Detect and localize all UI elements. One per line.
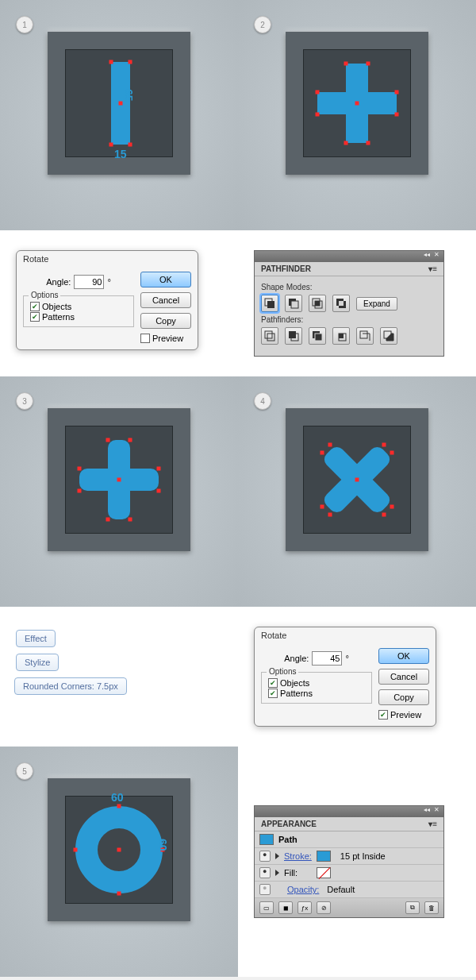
new-stroke-icon[interactable]: ▭	[259, 901, 274, 914]
panel-area-5: ◂◂✕ APPEARANCE ▾≡ Path Stroke: 15 pt Ins…	[238, 747, 476, 977]
svg-rect-10	[265, 331, 272, 338]
panel-title: APPEARANCE	[261, 820, 317, 828]
step-badge: 5	[16, 762, 33, 780]
artboard: 65 15	[48, 32, 190, 175]
canvas-step-3: 3	[0, 376, 238, 607]
svg-rect-11	[267, 334, 274, 341]
objects-checkbox[interactable]: Objects	[30, 302, 71, 311]
dim-width: 60	[111, 791, 124, 804]
copy-button[interactable]: Copy	[378, 689, 429, 705]
clear-icon[interactable]: ⊘	[317, 901, 331, 914]
minus-front-icon[interactable]	[285, 295, 302, 312]
visibility-icon[interactable]	[259, 851, 271, 862]
objects-checkbox[interactable]: Objects	[268, 678, 309, 688]
panel-header[interactable]: ◂◂✕	[255, 806, 443, 817]
svg-rect-18	[360, 331, 367, 338]
cancel-button[interactable]: Cancel	[140, 292, 191, 308]
patterns-checkbox[interactable]: Patterns	[268, 689, 313, 698]
fill-swatch[interactable]	[317, 867, 331, 878]
fill-label: Fill:	[284, 868, 298, 878]
rounded-corners-tag[interactable]: Rounded Corners: 7.5px	[14, 677, 127, 695]
opacity-row[interactable]: Opacity: Default	[255, 882, 443, 898]
copy-button[interactable]: Copy	[140, 313, 191, 329]
merge-icon[interactable]	[309, 327, 326, 345]
angle-input[interactable]	[74, 275, 104, 289]
svg-rect-1	[267, 301, 274, 308]
effect-tag[interactable]: Effect	[16, 630, 56, 647]
disclosure-icon[interactable]	[275, 853, 279, 859]
panel-header[interactable]: ◂◂✕	[255, 251, 443, 262]
panel-area-2: ◂◂✕ PATHFINDER ▾≡ Shape Modes: Expand Pa…	[238, 230, 476, 376]
panel-area-4: Rotate Angle: ° Options Objects Patterns	[238, 607, 476, 747]
panel-area-1: Rotate Angle: ° Options Objects Patterns	[0, 230, 238, 376]
dim-height: 65	[122, 89, 135, 102]
stroke-label[interactable]: Stroke:	[284, 851, 312, 861]
shape-modes-label: Shape Modes:	[261, 283, 437, 291]
preview-checkbox[interactable]: Preview	[378, 710, 423, 720]
unite-icon[interactable]	[261, 295, 278, 312]
panel-area-3: Effect Stylize Rounded Corners: 7.5px	[0, 607, 238, 747]
visibility-icon[interactable]	[259, 884, 271, 895]
angle-input[interactable]	[312, 651, 342, 666]
canvas-step-2: 2	[238, 0, 476, 230]
divide-icon[interactable]	[261, 327, 278, 345]
artboard	[286, 408, 428, 551]
svg-rect-12	[289, 331, 296, 338]
new-fill-icon[interactable]: ◼	[278, 901, 293, 914]
expand-button[interactable]: Expand	[356, 297, 397, 311]
svg-rect-17	[339, 334, 344, 338]
exclude-icon[interactable]	[332, 295, 350, 312]
patterns-checkbox[interactable]: Patterns	[30, 312, 75, 322]
svg-rect-6	[315, 301, 320, 306]
opacity-value: Default	[327, 885, 355, 894]
options-legend: Options	[267, 667, 298, 676]
rotate-dialog-2: Rotate Angle: ° Options Objects Patterns	[254, 627, 436, 727]
pathfinder-panel: ◂◂✕ PATHFINDER ▾≡ Shape Modes: Expand Pa…	[254, 250, 444, 357]
visibility-icon[interactable]	[259, 867, 271, 878]
ok-button[interactable]: OK	[378, 648, 429, 664]
panel-menu-icon[interactable]: ▾≡	[428, 820, 437, 828]
preview-checkbox[interactable]: Preview	[140, 334, 185, 343]
path-label: Path	[278, 835, 298, 844]
svg-rect-9	[339, 301, 344, 306]
disclosure-icon[interactable]	[275, 870, 279, 876]
dim-width: 15	[114, 148, 127, 160]
path-row[interactable]: Path	[255, 831, 443, 848]
path-thumb-icon	[259, 834, 274, 845]
step-badge: 2	[254, 16, 271, 33]
artboard: 60 60	[48, 778, 190, 921]
step-badge: 3	[16, 392, 33, 410]
cancel-button[interactable]: Cancel	[378, 669, 429, 685]
panel-title: PATHFINDER	[261, 264, 311, 273]
collapse-icon: ◂◂	[423, 251, 431, 259]
stroke-row[interactable]: Stroke: 15 pt Inside	[255, 848, 443, 865]
angle-label: Angle:	[46, 277, 71, 287]
canvas-step-4: 4	[238, 376, 476, 607]
ok-button[interactable]: OK	[140, 272, 191, 287]
outline-icon[interactable]	[356, 327, 374, 345]
dialog-title: Rotate	[255, 627, 436, 642]
step-badge: 4	[254, 392, 271, 410]
crop-icon[interactable]	[332, 327, 350, 345]
fill-row[interactable]: Fill:	[255, 865, 443, 882]
trim-icon[interactable]	[285, 327, 302, 345]
artboard	[48, 408, 190, 551]
canvas-step-5: 5 60 60	[0, 747, 238, 977]
degree-symbol: °	[345, 654, 348, 663]
degree-symbol: °	[107, 277, 110, 287]
intersect-icon[interactable]	[309, 295, 326, 312]
duplicate-icon[interactable]: ⧉	[405, 901, 420, 914]
opacity-label[interactable]: Opacity:	[287, 885, 319, 894]
step-badge: 1	[16, 16, 33, 33]
stylize-tag[interactable]: Stylize	[16, 654, 59, 671]
panel-menu-icon[interactable]: ▾≡	[428, 264, 437, 273]
stroke-value: 15 pt Inside	[340, 851, 386, 861]
minus-back-icon[interactable]	[380, 327, 397, 345]
fx-icon[interactable]: ƒx	[298, 901, 312, 914]
trash-icon[interactable]: 🗑	[424, 901, 439, 914]
dim-height: 60	[156, 839, 169, 851]
stroke-swatch[interactable]	[317, 851, 331, 862]
rotate-dialog: Rotate Angle: ° Options Objects Patterns	[16, 250, 198, 350]
svg-rect-15	[315, 334, 322, 341]
close-icon: ✕	[432, 806, 440, 814]
